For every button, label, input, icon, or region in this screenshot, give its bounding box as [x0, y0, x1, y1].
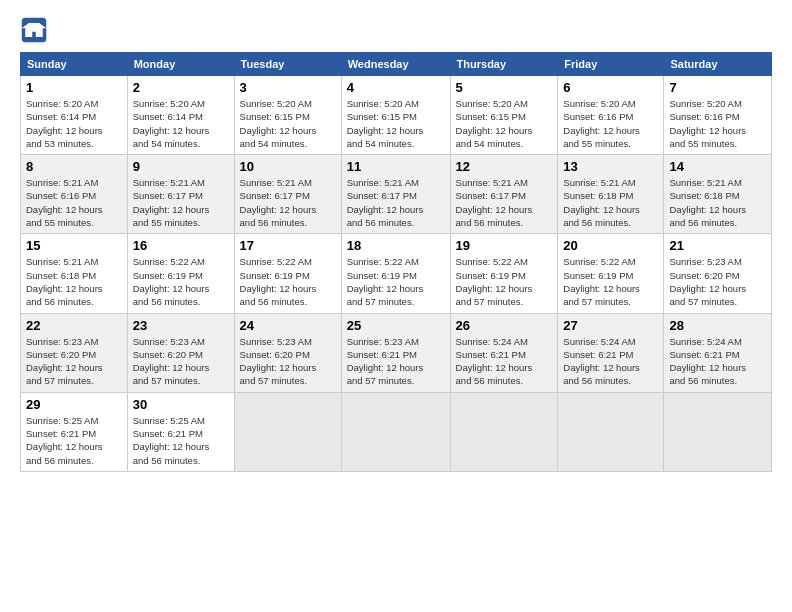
day-info: Sunrise: 5:21 AMSunset: 6:16 PMDaylight:… [26, 177, 103, 228]
calendar-cell: 30 Sunrise: 5:25 AMSunset: 6:21 PMDaylig… [127, 392, 234, 471]
col-header-saturday: Saturday [664, 53, 772, 76]
logo-icon [20, 16, 48, 44]
calendar-cell: 2 Sunrise: 5:20 AMSunset: 6:14 PMDayligh… [127, 76, 234, 155]
day-number: 8 [26, 159, 122, 174]
header [20, 16, 772, 44]
calendar-cell: 5 Sunrise: 5:20 AMSunset: 6:15 PMDayligh… [450, 76, 558, 155]
day-number: 29 [26, 397, 122, 412]
day-info: Sunrise: 5:21 AMSunset: 6:17 PMDaylight:… [133, 177, 210, 228]
day-info: Sunrise: 5:21 AMSunset: 6:17 PMDaylight:… [240, 177, 317, 228]
calendar-cell [450, 392, 558, 471]
calendar-cell: 29 Sunrise: 5:25 AMSunset: 6:21 PMDaylig… [21, 392, 128, 471]
calendar-cell: 9 Sunrise: 5:21 AMSunset: 6:17 PMDayligh… [127, 155, 234, 234]
day-info: Sunrise: 5:23 AMSunset: 6:21 PMDaylight:… [347, 336, 424, 387]
day-number: 18 [347, 238, 445, 253]
day-info: Sunrise: 5:20 AMSunset: 6:15 PMDaylight:… [456, 98, 533, 149]
day-info: Sunrise: 5:20 AMSunset: 6:16 PMDaylight:… [563, 98, 640, 149]
day-info: Sunrise: 5:20 AMSunset: 6:15 PMDaylight:… [347, 98, 424, 149]
day-number: 3 [240, 80, 336, 95]
day-number: 28 [669, 318, 766, 333]
calendar-cell: 15 Sunrise: 5:21 AMSunset: 6:18 PMDaylig… [21, 234, 128, 313]
calendar-cell: 24 Sunrise: 5:23 AMSunset: 6:20 PMDaylig… [234, 313, 341, 392]
day-number: 7 [669, 80, 766, 95]
day-info: Sunrise: 5:20 AMSunset: 6:15 PMDaylight:… [240, 98, 317, 149]
day-info: Sunrise: 5:24 AMSunset: 6:21 PMDaylight:… [669, 336, 746, 387]
day-number: 22 [26, 318, 122, 333]
calendar-cell [341, 392, 450, 471]
day-number: 5 [456, 80, 553, 95]
day-info: Sunrise: 5:21 AMSunset: 6:18 PMDaylight:… [669, 177, 746, 228]
calendar-cell: 6 Sunrise: 5:20 AMSunset: 6:16 PMDayligh… [558, 76, 664, 155]
day-info: Sunrise: 5:24 AMSunset: 6:21 PMDaylight:… [563, 336, 640, 387]
calendar-cell: 25 Sunrise: 5:23 AMSunset: 6:21 PMDaylig… [341, 313, 450, 392]
day-info: Sunrise: 5:23 AMSunset: 6:20 PMDaylight:… [669, 256, 746, 307]
day-info: Sunrise: 5:20 AMSunset: 6:16 PMDaylight:… [669, 98, 746, 149]
calendar-cell: 27 Sunrise: 5:24 AMSunset: 6:21 PMDaylig… [558, 313, 664, 392]
day-number: 1 [26, 80, 122, 95]
calendar-cell: 4 Sunrise: 5:20 AMSunset: 6:15 PMDayligh… [341, 76, 450, 155]
week-row-1: 1 Sunrise: 5:20 AMSunset: 6:14 PMDayligh… [21, 76, 772, 155]
col-header-monday: Monday [127, 53, 234, 76]
page-container: SundayMondayTuesdayWednesdayThursdayFrid… [0, 0, 792, 482]
day-number: 13 [563, 159, 658, 174]
day-number: 24 [240, 318, 336, 333]
day-number: 11 [347, 159, 445, 174]
day-number: 15 [26, 238, 122, 253]
week-row-5: 29 Sunrise: 5:25 AMSunset: 6:21 PMDaylig… [21, 392, 772, 471]
logo [20, 16, 52, 44]
calendar-cell: 10 Sunrise: 5:21 AMSunset: 6:17 PMDaylig… [234, 155, 341, 234]
calendar-cell: 22 Sunrise: 5:23 AMSunset: 6:20 PMDaylig… [21, 313, 128, 392]
day-info: Sunrise: 5:22 AMSunset: 6:19 PMDaylight:… [563, 256, 640, 307]
day-info: Sunrise: 5:21 AMSunset: 6:18 PMDaylight:… [563, 177, 640, 228]
calendar-cell: 8 Sunrise: 5:21 AMSunset: 6:16 PMDayligh… [21, 155, 128, 234]
col-header-sunday: Sunday [21, 53, 128, 76]
calendar-cell: 1 Sunrise: 5:20 AMSunset: 6:14 PMDayligh… [21, 76, 128, 155]
calendar-cell: 16 Sunrise: 5:22 AMSunset: 6:19 PMDaylig… [127, 234, 234, 313]
col-header-wednesday: Wednesday [341, 53, 450, 76]
day-number: 4 [347, 80, 445, 95]
day-info: Sunrise: 5:24 AMSunset: 6:21 PMDaylight:… [456, 336, 533, 387]
day-info: Sunrise: 5:21 AMSunset: 6:18 PMDaylight:… [26, 256, 103, 307]
day-info: Sunrise: 5:22 AMSunset: 6:19 PMDaylight:… [347, 256, 424, 307]
day-number: 17 [240, 238, 336, 253]
calendar-cell [558, 392, 664, 471]
day-number: 27 [563, 318, 658, 333]
day-number: 26 [456, 318, 553, 333]
calendar-cell: 20 Sunrise: 5:22 AMSunset: 6:19 PMDaylig… [558, 234, 664, 313]
day-number: 30 [133, 397, 229, 412]
col-header-friday: Friday [558, 53, 664, 76]
day-info: Sunrise: 5:23 AMSunset: 6:20 PMDaylight:… [240, 336, 317, 387]
day-info: Sunrise: 5:21 AMSunset: 6:17 PMDaylight:… [347, 177, 424, 228]
calendar-cell [234, 392, 341, 471]
day-number: 10 [240, 159, 336, 174]
day-info: Sunrise: 5:22 AMSunset: 6:19 PMDaylight:… [240, 256, 317, 307]
day-number: 14 [669, 159, 766, 174]
calendar-cell: 28 Sunrise: 5:24 AMSunset: 6:21 PMDaylig… [664, 313, 772, 392]
calendar-cell: 19 Sunrise: 5:22 AMSunset: 6:19 PMDaylig… [450, 234, 558, 313]
calendar-cell: 3 Sunrise: 5:20 AMSunset: 6:15 PMDayligh… [234, 76, 341, 155]
day-info: Sunrise: 5:21 AMSunset: 6:17 PMDaylight:… [456, 177, 533, 228]
day-info: Sunrise: 5:20 AMSunset: 6:14 PMDaylight:… [133, 98, 210, 149]
day-number: 12 [456, 159, 553, 174]
header-row: SundayMondayTuesdayWednesdayThursdayFrid… [21, 53, 772, 76]
week-row-4: 22 Sunrise: 5:23 AMSunset: 6:20 PMDaylig… [21, 313, 772, 392]
col-header-thursday: Thursday [450, 53, 558, 76]
calendar-cell: 7 Sunrise: 5:20 AMSunset: 6:16 PMDayligh… [664, 76, 772, 155]
day-info: Sunrise: 5:25 AMSunset: 6:21 PMDaylight:… [133, 415, 210, 466]
calendar-cell: 23 Sunrise: 5:23 AMSunset: 6:20 PMDaylig… [127, 313, 234, 392]
calendar-cell: 17 Sunrise: 5:22 AMSunset: 6:19 PMDaylig… [234, 234, 341, 313]
day-info: Sunrise: 5:23 AMSunset: 6:20 PMDaylight:… [26, 336, 103, 387]
day-info: Sunrise: 5:22 AMSunset: 6:19 PMDaylight:… [456, 256, 533, 307]
calendar-cell: 21 Sunrise: 5:23 AMSunset: 6:20 PMDaylig… [664, 234, 772, 313]
day-number: 20 [563, 238, 658, 253]
day-info: Sunrise: 5:22 AMSunset: 6:19 PMDaylight:… [133, 256, 210, 307]
calendar-table: SundayMondayTuesdayWednesdayThursdayFrid… [20, 52, 772, 472]
calendar-cell: 12 Sunrise: 5:21 AMSunset: 6:17 PMDaylig… [450, 155, 558, 234]
day-number: 2 [133, 80, 229, 95]
week-row-2: 8 Sunrise: 5:21 AMSunset: 6:16 PMDayligh… [21, 155, 772, 234]
calendar-cell: 18 Sunrise: 5:22 AMSunset: 6:19 PMDaylig… [341, 234, 450, 313]
calendar-cell: 26 Sunrise: 5:24 AMSunset: 6:21 PMDaylig… [450, 313, 558, 392]
calendar-cell: 13 Sunrise: 5:21 AMSunset: 6:18 PMDaylig… [558, 155, 664, 234]
col-header-tuesday: Tuesday [234, 53, 341, 76]
week-row-3: 15 Sunrise: 5:21 AMSunset: 6:18 PMDaylig… [21, 234, 772, 313]
